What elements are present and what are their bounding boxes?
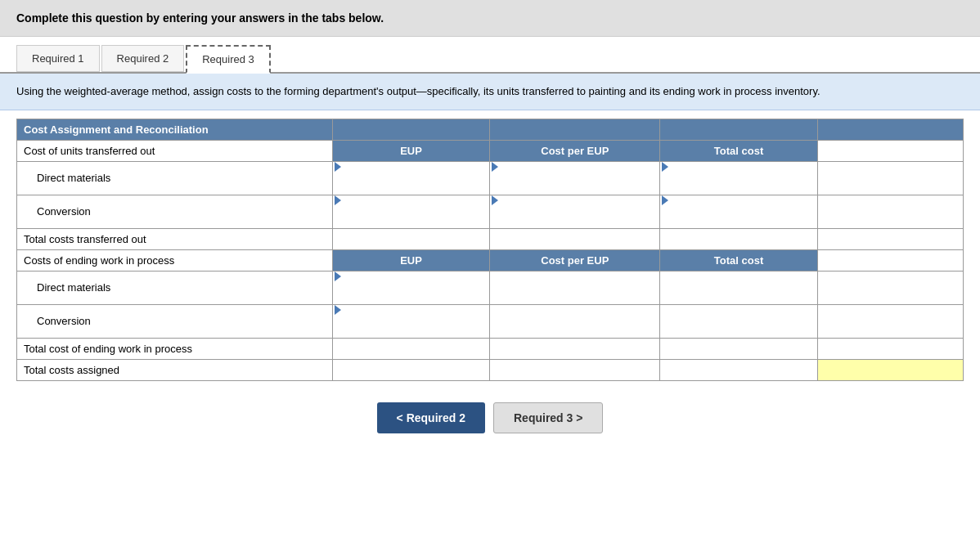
row-total-ending: Total cost of ending work in process: [17, 338, 964, 359]
row-conv2: Conversion: [17, 304, 964, 338]
conv1-extra-cell: [817, 195, 963, 228]
ending-wip-extra-cell: [817, 249, 963, 271]
next-button[interactable]: Required 3 >: [493, 402, 603, 433]
conv1-total-arrow: [662, 195, 668, 205]
dm1-cost-arrow: [492, 162, 498, 172]
prev-button[interactable]: < Required 2: [377, 402, 485, 433]
total-assigned-cost-cell: [490, 359, 660, 380]
top-banner: Complete this question by entering your …: [0, 0, 980, 37]
total-assigned-eup-input[interactable]: [333, 360, 490, 380]
conv2-extra-input[interactable]: [818, 311, 963, 331]
dm2-label: Direct materials: [17, 271, 333, 304]
total-assigned-total-cell: [660, 359, 818, 380]
total-ending-total-input[interactable]: [660, 339, 817, 359]
table-container: Cost Assignment and Reconciliation Cost …: [0, 110, 980, 389]
instruction-text: Using the weighted-average method, assig…: [16, 85, 820, 97]
total-transferred-total-cell: [660, 228, 818, 249]
conv1-total-input[interactable]: [660, 208, 817, 228]
row-ending-wip-header: Costs of ending work in process EUP Cost…: [17, 249, 964, 271]
dm2-extra-cell: [817, 271, 963, 304]
ending-wip-extra-input[interactable]: [818, 250, 963, 271]
conv1-eup-cell: [332, 195, 490, 228]
dm1-total-input[interactable]: [660, 174, 817, 195]
total-transferred-extra-input[interactable]: [818, 229, 963, 249]
total-ending-label: Total cost of ending work in process: [17, 338, 333, 359]
conv2-label: Conversion: [17, 304, 333, 338]
row-conv1: Conversion: [17, 195, 964, 228]
row-transferred-out: Cost of units transferred out EUP Cost p…: [17, 140, 964, 161]
total-transferred-extra-cell: [817, 228, 963, 249]
row-total-assigned: Total costs assigned: [17, 359, 964, 380]
row-dm1: Direct materials: [17, 161, 964, 195]
total-assigned-total-input[interactable]: [660, 360, 817, 380]
tab-required2[interactable]: Required 2: [101, 45, 185, 72]
dm2-eup-input[interactable]: [333, 284, 490, 304]
dm2-extra-input[interactable]: [818, 277, 963, 298]
conv1-extra-input[interactable]: [818, 201, 963, 222]
cost-assignment-table: Cost Assignment and Reconciliation Cost …: [16, 119, 964, 381]
conv2-total-input[interactable]: [660, 311, 817, 331]
dm2-cost-cell: [490, 271, 660, 304]
conv1-cost-input[interactable]: [490, 208, 659, 228]
dm1-label: Direct materials: [17, 161, 333, 195]
total-ending-eup-input[interactable]: [333, 339, 490, 359]
total-transferred-cost-cell: [490, 228, 660, 249]
conv1-total-cell: [660, 195, 818, 228]
conv2-extra-cell: [817, 304, 963, 338]
banner-text: Complete this question by entering your …: [16, 11, 384, 25]
dm1-extra-input[interactable]: [818, 168, 963, 188]
nav-buttons: < Required 2 Required 3 >: [0, 389, 980, 447]
dm2-cost-input[interactable]: [490, 277, 659, 298]
conv2-eup-cell: [332, 304, 490, 338]
dm1-cost-cell: [490, 161, 660, 195]
total-assigned-extra-input[interactable]: [818, 360, 963, 380]
dm2-total-cell: [660, 271, 818, 304]
total-transferred-cost-input[interactable]: [490, 229, 659, 249]
conv1-cost-cell: [490, 195, 660, 228]
dm1-eup-input[interactable]: [333, 174, 490, 195]
eup-header-1: EUP: [332, 140, 490, 161]
section1-header-eup: [332, 119, 490, 140]
dm1-cost-input[interactable]: [490, 174, 659, 195]
cost-per-eup-header-2: Cost per EUP: [490, 249, 660, 271]
conv1-eup-input[interactable]: [333, 208, 490, 228]
total-ending-extra-input[interactable]: [818, 339, 963, 359]
instruction-box: Using the weighted-average method, assig…: [0, 74, 980, 110]
transferred-out-label: Cost of units transferred out: [17, 140, 333, 161]
tab-required1[interactable]: Required 1: [16, 45, 100, 72]
dm2-eup-cell: [332, 271, 490, 304]
tab-required3[interactable]: Required 3: [186, 45, 271, 74]
total-cost-header-2: Total cost: [660, 249, 818, 271]
dm2-total-input[interactable]: [660, 277, 817, 298]
ending-wip-label: Costs of ending work in process: [17, 249, 333, 271]
conv2-eup-arrow: [335, 305, 341, 315]
section1-header-label: Cost Assignment and Reconciliation: [17, 119, 333, 140]
total-assigned-eup-cell: [332, 359, 490, 380]
total-ending-total-cell: [660, 338, 818, 359]
total-transferred-eup-input[interactable]: [333, 229, 490, 249]
section1-header-row: Cost Assignment and Reconciliation: [17, 119, 964, 140]
dm2-eup-arrow: [335, 272, 341, 281]
conv1-label: Conversion: [17, 195, 333, 228]
conv1-cost-arrow: [492, 195, 498, 205]
dm1-eup-cell: [332, 161, 490, 195]
dm1-total-arrow: [662, 162, 668, 172]
section1-header-extra: [817, 119, 963, 140]
total-transferred-label: Total costs transferred out: [17, 228, 333, 249]
transferred-out-extra: [817, 140, 963, 161]
total-transferred-eup-cell: [332, 228, 490, 249]
conv2-cost-input[interactable]: [490, 311, 659, 331]
dm1-extra-cell: [817, 161, 963, 195]
total-assigned-label: Total costs assigned: [17, 359, 333, 380]
total-ending-extra-cell: [817, 338, 963, 359]
total-transferred-total-input[interactable]: [660, 229, 817, 249]
total-ending-cost-cell: [490, 338, 660, 359]
total-ending-cost-input[interactable]: [490, 339, 659, 359]
total-cost-header-1: Total cost: [660, 140, 818, 161]
conv2-eup-input[interactable]: [333, 317, 490, 338]
section1-header-cost: [490, 119, 660, 140]
dm1-total-cell: [660, 161, 818, 195]
total-assigned-cost-input[interactable]: [490, 360, 659, 380]
section1-header-total: [660, 119, 818, 140]
row-dm2: Direct materials: [17, 271, 964, 304]
